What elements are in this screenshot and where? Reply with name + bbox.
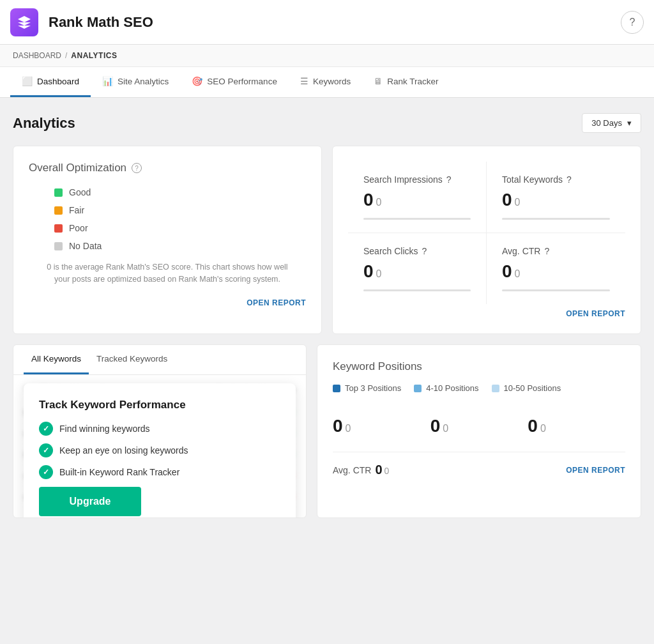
total-keywords-small: 0: [515, 197, 521, 208]
logo-icon: [17, 15, 32, 30]
pos-top3-value: 0 0: [333, 416, 430, 436]
positions-ctr-small: 0: [384, 466, 390, 476]
breadcrumb: DASHBOARD / ANALYTICS: [0, 45, 654, 67]
positions-open-report[interactable]: OPEN REPORT: [566, 466, 625, 475]
tabs-bar: ⬜ Dashboard 📊 Site Analytics 🎯 SEO Perfo…: [0, 67, 654, 98]
days-selector-label: 30 Days: [591, 118, 622, 128]
popup-feature-1-text: Find winning keywords: [59, 424, 150, 434]
legend-dot-poor: [54, 224, 63, 233]
help-button[interactable]: ?: [621, 11, 644, 34]
pos-4-10-big: 0: [430, 416, 441, 436]
optimization-help-icon[interactable]: ?: [132, 163, 142, 173]
tab-dashboard-label: Dashboard: [37, 77, 79, 86]
breadcrumb-current: ANALYTICS: [71, 51, 117, 60]
pos-10-50-big: 0: [528, 416, 538, 436]
keywords-tab-tracked[interactable]: Tracked Keywords: [89, 345, 175, 374]
chevron-down-icon: ▾: [627, 118, 632, 128]
total-keywords-help-icon[interactable]: ?: [567, 174, 572, 185]
dashboard-tab-icon: ⬜: [22, 76, 33, 86]
keywords-card: All Keywords Tracked Keywords Top Winnin…: [13, 344, 307, 518]
search-impressions-bar: [363, 218, 471, 220]
site-analytics-tab-icon: 📊: [102, 76, 113, 86]
app-logo: [10, 8, 38, 36]
legend-fair: Fair: [54, 205, 306, 215]
metric-search-clicks: Search Clicks ? 0 0: [348, 233, 487, 304]
positions-avg-ctr-row: Avg. CTR 0 0 OPEN REPORT: [333, 452, 625, 477]
total-keywords-big: 0: [502, 190, 512, 210]
positions-grid: 0 0 0 0 0 0: [333, 406, 625, 447]
keywords-tab-tracked-label: Tracked Keywords: [96, 354, 167, 364]
search-clicks-value: 0 0: [363, 261, 471, 282]
page-title: Analytics: [13, 115, 75, 132]
total-keywords-label: Total Keywords ?: [502, 174, 610, 185]
analytics-header: Analytics 30 Days ▾: [13, 113, 641, 133]
legend-no-data: No Data: [54, 241, 306, 251]
pos-legend-10-50-label: 10-50 Positions: [504, 383, 561, 393]
pos-dot-10-50: [492, 385, 499, 392]
optimization-card-title: Overall Optimization ?: [29, 162, 306, 174]
avg-ctr-value: 0 0: [502, 261, 610, 282]
keywords-tab-icon: ☰: [300, 76, 308, 86]
days-selector[interactable]: 30 Days ▾: [582, 113, 641, 133]
legend-dot-no-data: [54, 242, 63, 250]
rank-tracker-tab-icon: 🖥: [374, 76, 383, 86]
pos-legend-top3: Top 3 Positions: [333, 383, 401, 393]
metric-total-keywords: Total Keywords ? 0 0: [487, 162, 625, 233]
positions-title: Keyword Positions: [333, 360, 625, 373]
optimization-open-report[interactable]: OPEN REPORT: [29, 298, 306, 307]
check-icon-2: [39, 443, 53, 457]
optimization-card: Overall Optimization ? Good Fair Poor: [13, 146, 322, 334]
search-clicks-label: Search Clicks ?: [363, 246, 471, 256]
legend-no-data-label: No Data: [69, 241, 102, 251]
check-icon-3: [39, 465, 53, 479]
pos-10-50-value: 0 0: [528, 416, 625, 436]
legend-poor: Poor: [54, 223, 306, 233]
app-title: Rank Math SEO: [49, 14, 621, 31]
popup-feature-3: Built-in Keyword Rank Tracker: [39, 465, 280, 479]
tab-seo-performance-label: SEO Performance: [207, 77, 277, 86]
pos-cell-10-50: 0 0: [528, 406, 625, 447]
avg-ctr-bar: [502, 289, 610, 291]
search-impressions-help-icon[interactable]: ?: [446, 174, 452, 185]
pos-legend-top3-label: Top 3 Positions: [345, 383, 401, 393]
upgrade-button[interactable]: Upgrade: [39, 487, 141, 516]
keywords-tab-all[interactable]: All Keywords: [24, 345, 89, 374]
legend-dot-good: [54, 188, 63, 197]
page-content: Analytics 30 Days ▾ Overall Optimization…: [0, 98, 654, 533]
pos-legend-4-10: 4-10 Positions: [414, 383, 478, 393]
optimization-legend: Good Fair Poor No Data: [54, 187, 306, 251]
positions-card: Keyword Positions Top 3 Positions 4-10 P…: [317, 344, 641, 518]
legend-good-label: Good: [69, 187, 91, 197]
search-clicks-bar: [363, 289, 471, 291]
seo-performance-tab-icon: 🎯: [192, 76, 202, 86]
optimization-description: 0 is the average Rank Math's SEO score. …: [29, 261, 306, 286]
tab-seo-performance[interactable]: 🎯 SEO Performance: [180, 67, 289, 97]
pos-4-10-value: 0 0: [430, 416, 528, 436]
metric-avg-ctr: Avg. CTR ? 0 0: [487, 233, 625, 304]
tab-site-analytics[interactable]: 📊 Site Analytics: [91, 67, 180, 97]
search-clicks-big: 0: [363, 261, 374, 282]
search-impressions-small: 0: [376, 197, 382, 208]
pos-cell-top3: 0 0: [333, 406, 430, 447]
breadcrumb-parent[interactable]: DASHBOARD: [13, 51, 61, 60]
metrics-card: Search Impressions ? 0 0 Total Keywords …: [332, 146, 641, 334]
popup-feature-2: Keep an eye on losing keywords: [39, 443, 280, 457]
avg-ctr-help-icon[interactable]: ?: [544, 246, 549, 256]
legend-dot-fair: [54, 206, 63, 215]
header: Rank Math SEO ?: [0, 0, 654, 45]
metrics-grid: Search Impressions ? 0 0 Total Keywords …: [348, 162, 625, 304]
pos-cell-4-10: 0 0: [430, 406, 528, 447]
tab-dashboard[interactable]: ⬜ Dashboard: [10, 67, 91, 97]
search-impressions-value: 0 0: [363, 190, 471, 210]
keywords-tab-all-label: All Keywords: [31, 354, 81, 364]
tab-keywords[interactable]: ☰ Keywords: [289, 67, 362, 97]
pos-legend-10-50: 10-50 Positions: [492, 383, 561, 393]
metrics-open-report[interactable]: OPEN REPORT: [348, 309, 625, 318]
search-clicks-help-icon[interactable]: ?: [422, 246, 427, 256]
tab-rank-tracker[interactable]: 🖥 Rank Tracker: [362, 67, 450, 97]
bottom-row: All Keywords Tracked Keywords Top Winnin…: [13, 344, 641, 518]
tab-keywords-label: Keywords: [313, 77, 351, 86]
pos-10-50-small: 0: [540, 423, 546, 434]
avg-ctr-big: 0: [502, 261, 512, 282]
positions-avg-ctr-label: Avg. CTR: [333, 465, 371, 475]
